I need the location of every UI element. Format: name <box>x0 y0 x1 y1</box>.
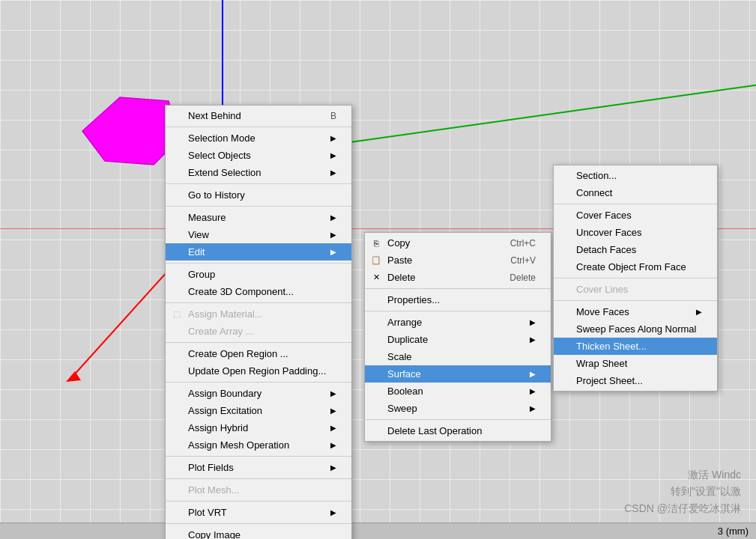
thicken-sheet-label: Thicken Sheet... <box>576 341 647 352</box>
surface-label: Surface <box>387 368 421 380</box>
copy-icon: ⎘ <box>369 239 383 248</box>
paste-shortcut: Ctrl+V <box>488 255 536 266</box>
menu-item-plot-vrt[interactable]: Plot VRT ▶ <box>166 504 351 521</box>
menu-item-properties[interactable]: Properties... <box>365 291 551 308</box>
menu-item-select-objects[interactable]: Select Objects ▶ <box>166 147 351 164</box>
menu-item-boolean[interactable]: Boolean ▶ <box>365 383 551 400</box>
menu-item-uncover-faces[interactable]: Uncover Faces <box>554 224 717 241</box>
separator-10 <box>166 501 351 502</box>
menu-item-go-to-history[interactable]: Go to History <box>166 186 351 204</box>
menu-item-paste[interactable]: 📋 Paste Ctrl+V <box>365 252 551 269</box>
paste-label: Paste <box>387 255 412 266</box>
cover-faces-label: Cover Faces <box>576 210 632 221</box>
menu-item-thicken-sheet[interactable]: Thicken Sheet... <box>554 338 717 355</box>
menu-item-extend-selection[interactable]: Extend Selection ▶ <box>166 164 351 181</box>
assign-material-icon-area: ⬚ <box>170 309 184 319</box>
menu-item-cover-faces[interactable]: Cover Faces <box>554 207 717 224</box>
separator-9 <box>166 478 351 479</box>
menu-item-copy-image[interactable]: Copy Image <box>166 526 351 539</box>
menu-item-assign-material: ⬚ Assign Material... <box>166 305 351 323</box>
menu-item-cover-lines: Cover Lines <box>554 281 717 298</box>
properties-label: Properties... <box>387 294 440 305</box>
menu-item-scale[interactable]: Scale <box>365 348 551 365</box>
menu-item-arrange[interactable]: Arrange ▶ <box>365 314 551 331</box>
separator-7 <box>166 382 351 383</box>
separator-3 <box>166 206 351 207</box>
assign-boundary-arrow: ▶ <box>330 389 336 398</box>
menu-item-assign-boundary[interactable]: Assign Boundary ▶ <box>166 385 351 402</box>
watermark-line2: 转到"设置"以激 <box>624 483 741 499</box>
edit-label: Edit <box>188 246 205 258</box>
wrap-sheet-label: Wrap Sheet <box>576 358 627 369</box>
delete-label: Delete <box>387 272 416 283</box>
menu-item-assign-mesh[interactable]: Assign Mesh Operation ▶ <box>166 436 351 454</box>
menu-item-create-object-from-face[interactable]: Create Object From Face <box>554 258 717 275</box>
status-value: 3 (mm) <box>718 526 749 537</box>
edit-sep-3 <box>365 419 551 420</box>
edit-sep-2 <box>365 311 551 311</box>
assign-boundary-label: Assign Boundary <box>188 388 261 399</box>
menu-item-selection-mode[interactable]: Selection Mode ▶ <box>166 130 351 147</box>
plot-vrt-label: Plot VRT <box>188 507 227 518</box>
surface-sep-3 <box>554 300 717 301</box>
surface-arrow: ▶ <box>530 370 536 378</box>
menu-item-measure[interactable]: Measure ▶ <box>166 209 351 226</box>
menu-item-surface[interactable]: Surface ▶ <box>365 365 551 383</box>
menu-item-delete[interactable]: ✕ Delete Delete <box>365 269 551 286</box>
menu-item-copy[interactable]: ⎘ Copy Ctrl+C <box>365 234 551 252</box>
menu-item-update-open-region[interactable]: Update Open Region Padding... <box>166 362 351 380</box>
menu-item-create-open-region[interactable]: Create Open Region ... <box>166 345 351 362</box>
copy-label: Copy <box>387 237 410 249</box>
assign-hybrid-label: Assign Hybrid <box>188 422 248 433</box>
separator-4 <box>166 263 351 264</box>
plot-fields-arrow: ▶ <box>330 463 336 472</box>
menu-item-create-3d[interactable]: Create 3D Component... <box>166 283 351 300</box>
menu-item-delete-last-op[interactable]: Delete Last Operation <box>365 422 551 439</box>
menu-item-next-behind[interactable]: Next Behind B <box>166 107 351 124</box>
menu-item-move-faces[interactable]: Move Faces ▶ <box>554 303 717 320</box>
select-objects-arrow: ▶ <box>330 151 336 159</box>
separator-1 <box>166 127 351 127</box>
extend-selection-label: Extend Selection <box>188 167 261 178</box>
menu-item-assign-hybrid[interactable]: Assign Hybrid ▶ <box>166 419 351 436</box>
select-objects-label: Select Objects <box>188 150 251 161</box>
move-faces-label: Move Faces <box>576 306 629 317</box>
plot-fields-label: Plot Fields <box>188 462 234 473</box>
menu-item-plot-mesh: Plot Mesh... <box>166 481 351 499</box>
measure-label: Measure <box>188 212 226 223</box>
menu-item-view[interactable]: View ▶ <box>166 226 351 243</box>
menu-item-detach-faces[interactable]: Detach Faces <box>554 241 717 258</box>
menu-item-duplicate[interactable]: Duplicate ▶ <box>365 331 551 348</box>
menu-item-plot-fields[interactable]: Plot Fields ▶ <box>166 459 351 476</box>
menu-item-assign-excitation[interactable]: Assign Excitation ▶ <box>166 402 351 419</box>
next-behind-label: Next Behind <box>188 110 241 121</box>
create-array-label: Create Array ... <box>188 326 253 337</box>
primary-context-menu: Next Behind B Selection Mode ▶ Select Ob… <box>165 105 352 539</box>
menu-item-create-array: Create Array ... <box>166 323 351 340</box>
menu-item-edit[interactable]: Edit ▶ <box>166 243 351 261</box>
separator-2 <box>166 183 351 184</box>
edit-arrow: ▶ <box>330 248 336 256</box>
arrange-label: Arrange <box>387 317 422 328</box>
separator-5 <box>166 302 351 303</box>
menu-item-sweep-faces[interactable]: Sweep Faces Along Normal <box>554 320 717 338</box>
status-bar: 3 (mm) <box>0 523 756 539</box>
view-label: View <box>188 229 209 240</box>
duplicate-arrow: ▶ <box>530 335 536 344</box>
separator-11 <box>166 523 351 524</box>
assign-mesh-label: Assign Mesh Operation <box>188 439 289 451</box>
arrange-arrow: ▶ <box>530 318 536 326</box>
menu-item-section[interactable]: Section... <box>554 167 717 184</box>
menu-item-project-sheet[interactable]: Project Sheet... <box>554 372 717 389</box>
menu-item-wrap-sheet[interactable]: Wrap Sheet <box>554 355 717 372</box>
menu-item-group[interactable]: Group <box>166 266 351 283</box>
move-faces-arrow: ▶ <box>696 308 702 316</box>
separator-8 <box>166 456 351 457</box>
group-label: Group <box>188 269 215 280</box>
plot-mesh-label: Plot Mesh... <box>188 484 240 496</box>
assign-material-label: Assign Material... <box>188 308 263 320</box>
menu-item-connect[interactable]: Connect <box>554 184 717 201</box>
delete-last-op-label: Delete Last Operation <box>387 425 482 436</box>
plot-vrt-arrow: ▶ <box>330 508 336 517</box>
menu-item-sweep[interactable]: Sweep ▶ <box>365 400 551 417</box>
